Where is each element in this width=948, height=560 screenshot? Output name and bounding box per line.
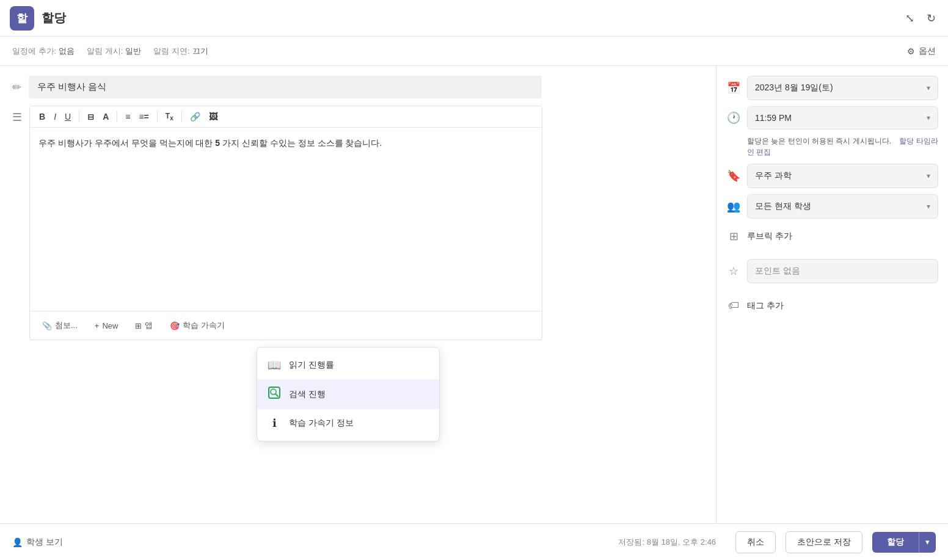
bookmark-icon: 🔖 [726,169,741,183]
chevron-down-icon: ▾ [927,84,930,92]
students-icon: 👥 [726,200,741,213]
minimize-icon: ⤡ [905,12,914,24]
students-value: 모든 현재 학생 [755,201,811,212]
rubric-row: ⊞ 루브릭 추가 [726,225,938,248]
reading-label: 읽기 진행률 [289,360,334,371]
reading-icon: 📖 [267,358,282,372]
list-icon: ☰ [12,111,22,124]
dropdown-item-reading[interactable]: 📖 읽기 진행률 [257,351,439,379]
divider-4 [181,111,182,122]
notification-label: 알림 게시: [87,46,123,57]
assign-button-group: 할당 ▾ [872,532,936,553]
strikethrough-button[interactable]: ⊟ [84,111,97,123]
calendar-icon: 📅 [726,81,741,95]
italic-button[interactable]: I [51,110,59,123]
ordered-list-button[interactable]: ≡= [136,110,151,123]
notification-item[interactable]: 알림 게시: 일반 [87,46,141,57]
date-row: 📅 2023년 8월 19일(토) ▾ [726,76,938,100]
editor-box: B I U ⊟ A ≡ ≡= Tx 🔗 🖼 우주 비행 [29,106,542,340]
time-row: 🕐 11:59 PM ▾ [726,106,938,129]
link-button[interactable]: 🔗 [187,110,203,123]
time-value: 11:59 PM [755,113,792,123]
assign-arrow-icon: ▾ [925,537,930,547]
options-label: 옵션 [919,46,936,57]
title-row: ✏ [12,76,704,98]
page-title: 할당 [42,10,66,26]
info-text-block: 할당은 늦은 턴인이 허용된 즉시 게시됩니다. 할당 타임라인 편집 [747,136,938,158]
toolbar-strip: 일정에 추가: 없음 알림 게시: 일반 알림 지연: 끄기 ⚙ 옵션 [0,37,948,66]
info-icon: ℹ [267,416,282,430]
attach-button[interactable]: 📎 첨보... [38,318,81,333]
clear-format-button[interactable]: Tx [162,110,177,123]
attach-icon: 📎 [42,321,52,330]
rubric-label: 루브릭 추가 [747,231,792,242]
footer: 👤 학생 보기 저장됨: 8월 18일, 오후 2:46 취소 초안으로 저장 … [0,523,948,560]
chevron-down-icon-4: ▾ [927,202,930,211]
gear-icon: ⚙ [907,46,915,56]
image-button[interactable]: 🖼 [206,110,221,123]
content-text-before: 우주 비행사가 우주에서 무엇을 먹는지에 대한 [38,138,215,148]
cancel-button[interactable]: 취소 [735,531,776,553]
schedule-item[interactable]: 일정에 추가: 없음 [12,46,75,57]
editor-toolbar: B I U ⊟ A ≡ ≡= Tx 🔗 🖼 [30,106,542,128]
rubric-button[interactable]: 루브릭 추가 [747,231,792,242]
points-select[interactable]: 포인트 없음 [747,259,938,283]
bold-button[interactable]: B [36,110,48,123]
options-button[interactable]: ⚙ 옵션 [907,46,936,57]
editor-area: ☰ B I U ⊟ A ≡ ≡= Tx 🔗 🖼 [12,106,704,340]
student-view-button[interactable]: 👤 학생 보기 [12,537,63,548]
dropdown-popup: 📖 읽기 진행률 검색 진행 ℹ 학습 가속기 정보 [257,347,440,442]
chevron-down-icon-3: ▾ [927,172,930,180]
star-icon: ☆ [726,264,741,278]
time-select[interactable]: 11:59 PM ▾ [747,106,938,129]
assign-button[interactable]: 할당 [872,532,919,553]
app-icon: ⊞ [135,321,142,330]
plus-icon: + [95,321,100,330]
dropdown-item-search[interactable]: 검색 진행 [257,379,439,409]
right-panel: 📅 2023년 8월 19일(토) ▾ 🕐 11:59 PM ▾ 할당은 늦은 … [716,66,948,523]
tag-row: 🏷 태그 추가 [726,294,938,317]
date-select[interactable]: 2023년 8월 19일(토) ▾ [747,76,938,100]
header: 할 할당 ⤡ ↻ [0,0,948,37]
font-color-button[interactable]: A [100,110,112,123]
students-select[interactable]: 모든 현재 학생 ▾ [747,194,938,219]
new-button[interactable]: + New [91,319,122,333]
refresh-button[interactable]: ↻ [924,9,938,27]
delay-value: 끄기 [192,46,208,57]
student-icon: 👤 [12,537,23,547]
class-value: 우주 과학 [755,170,792,181]
content-text-after: 가지 신뢰할 수있는 정보 소스를 찾습니다. [220,138,382,148]
draft-button[interactable]: 초안으로 저장 [786,531,862,553]
divider-1 [79,111,79,122]
svg-line-2 [275,394,278,396]
tag-icon: 🏷 [726,299,741,312]
app-logo: 할 [10,6,34,31]
class-select[interactable]: 우주 과학 ▾ [747,164,938,188]
search-progress-icon [267,387,282,402]
points-value: 포인트 없음 [755,266,800,275]
divider-2 [117,111,117,122]
new-label: New [102,321,118,330]
date-value: 2023년 8월 19일(토) [755,82,833,93]
info-text-content: 할당은 늦은 턴인이 허용된 즉시 게시됩니다. [747,137,891,145]
app-button[interactable]: ⊞ 앱 [131,318,156,333]
tag-button[interactable]: 태그 추가 [747,300,784,311]
schedule-value: 없음 [59,46,75,57]
underline-button[interactable]: U [62,110,74,123]
header-actions: ⤡ ↻ [903,9,938,27]
dropdown-item-info[interactable]: ℹ 학습 가속기 정보 [257,409,439,437]
notification-value: 일반 [125,46,141,57]
bullet-list-button[interactable]: ≡ [122,110,133,123]
accelerator-button[interactable]: 🎯 학습 가속기 [166,318,228,333]
delay-item[interactable]: 알림 지연: 끄기 [153,46,208,57]
students-row: 👥 모든 현재 학생 ▾ [726,194,938,219]
schedule-label: 일정에 추가: [12,46,56,57]
title-input[interactable] [29,76,542,98]
content-bold: 5 [215,138,220,148]
accelerator-icon: 🎯 [170,321,180,330]
assign-arrow-button[interactable]: ▾ [919,532,936,553]
tag-label: 태그 추가 [747,300,784,311]
minimize-button[interactable]: ⤡ [903,9,917,27]
save-info: 저장됨: 8월 18일, 오후 2:46 [618,537,716,548]
editor-content[interactable]: 우주 비행사가 우주에서 무엇을 먹는지에 대한 5 가지 신뢰할 수있는 정보… [30,128,542,311]
